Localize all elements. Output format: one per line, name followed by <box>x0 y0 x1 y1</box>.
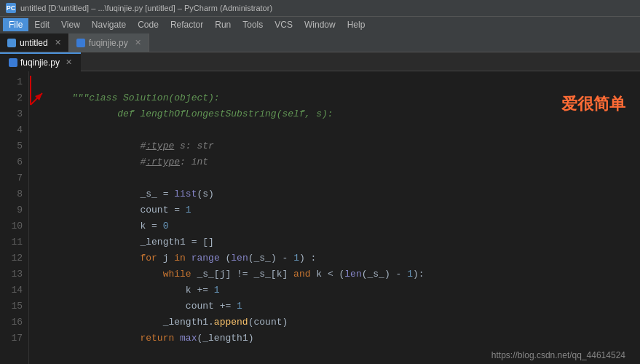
app-icon: PC <box>6 3 16 13</box>
menu-code[interactable]: Code <box>132 18 165 31</box>
code-line-7: _s_ = list(s) <box>38 170 631 186</box>
tab-icon-fuqinjie <box>76 39 85 47</box>
menu-view[interactable]: View <box>55 18 86 31</box>
menu-navigate[interactable]: Navigate <box>86 18 132 31</box>
menu-bar: File Edit View Navigate Code Refactor Ru… <box>0 16 640 32</box>
code-line-4: #:type s: str <box>38 122 631 138</box>
line-num-10: 10 <box>0 218 23 234</box>
menu-vcs[interactable]: VCS <box>269 18 299 31</box>
title-bar: PC untitled [D:\untitled] – ...\fuqinjie… <box>0 0 640 16</box>
line-num-4: 4 <box>0 122 23 138</box>
line-num-9: 9 <box>0 202 23 218</box>
editor-tab-close[interactable]: ✕ <box>66 58 72 67</box>
tab-bar: untitled ✕ fuqinjie.py ✕ <box>0 32 640 52</box>
tab-label-untitled: untitled <box>20 38 48 48</box>
line-num-11: 11 <box>0 234 23 250</box>
menu-refactor[interactable]: Refactor <box>165 18 209 31</box>
code-area[interactable]: """class Solution(object): def lengthOfL… <box>29 71 640 364</box>
tab-label-fuqinjie: fuqinjie.py <box>89 38 128 48</box>
line-num-7: 7 <box>0 170 23 186</box>
menu-edit[interactable]: Edit <box>28 18 55 31</box>
tab-close-fuqinjie[interactable]: ✕ <box>135 38 141 47</box>
line-num-17: 17 <box>0 331 23 347</box>
line-num-16: 16 <box>0 314 23 331</box>
line-num-6: 6 <box>0 154 23 170</box>
editor-tab-label: fuqinjie.py <box>20 58 60 68</box>
line-num-8: 8 <box>0 186 23 202</box>
tab-close-untitled[interactable]: ✕ <box>55 38 61 47</box>
line-num-2: 2 <box>0 90 23 106</box>
line-num-3: 3 <box>0 106 23 122</box>
watermark-text: 爱很简单 <box>561 93 625 115</box>
editor-tab-bar: fuqinjie.py ✕ <box>0 52 640 71</box>
line-num-1: 1 <box>0 74 23 90</box>
tab-fuqinjie[interactable]: fuqinjie.py ✕ <box>69 33 149 52</box>
line-num-14: 14 <box>0 282 23 298</box>
editor-area[interactable]: 1 2 3 4 5 6 7 8 9 10 11 12 13 14 15 16 1… <box>0 71 640 364</box>
tab-icon-untitled <box>7 39 16 47</box>
menu-file[interactable]: File <box>3 18 28 31</box>
menu-window[interactable]: Window <box>299 18 341 31</box>
menu-help[interactable]: Help <box>341 18 371 31</box>
line-num-15: 15 <box>0 298 23 314</box>
code-line-1: """class Solution(object): <box>38 74 631 90</box>
line-num-13: 13 <box>0 266 23 282</box>
line-num-12: 12 <box>0 250 23 266</box>
line-numbers: 1 2 3 4 5 6 7 8 9 10 11 12 13 14 15 16 1… <box>0 71 29 364</box>
editor-tab-fuqinjie[interactable]: fuqinjie.py ✕ <box>0 52 81 71</box>
url-text: https://blog.csdn.net/qq_44614524 <box>491 350 625 360</box>
line-num-5: 5 <box>0 138 23 154</box>
menu-tools[interactable]: Tools <box>237 18 269 31</box>
title-bar-text: untitled [D:\untitled] – ...\fuqinjie.py… <box>20 4 634 12</box>
tab-untitled[interactable]: untitled ✕ <box>0 33 69 52</box>
editor-tab-icon <box>9 58 17 67</box>
menu-run[interactable]: Run <box>209 18 237 31</box>
